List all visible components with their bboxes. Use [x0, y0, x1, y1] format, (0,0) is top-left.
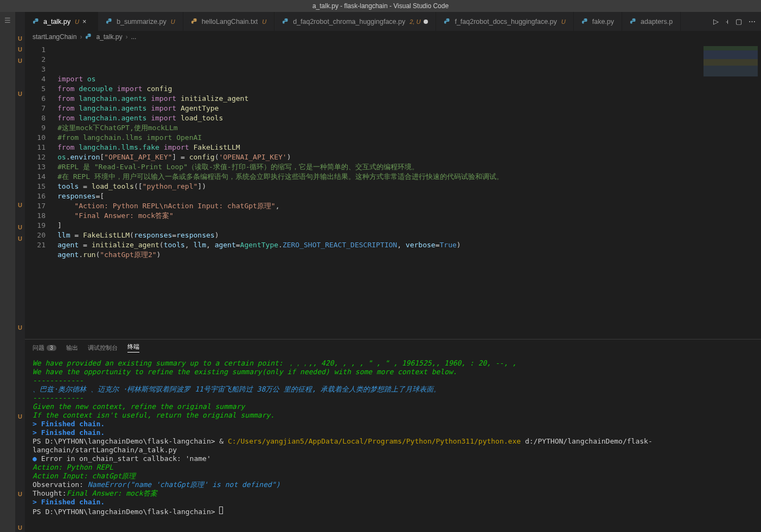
panel-tab-输出[interactable]: 输出 [66, 344, 78, 352]
cursor [219, 507, 223, 514]
tab-actions: ▷ ⫞ ▢ ⋯ [708, 12, 761, 31]
chevron-right-icon: › [125, 33, 127, 41]
scm-mark: U [18, 412, 22, 421]
line-numbers: 123456789101112131415161718192021 [25, 43, 51, 339]
file-icon [581, 18, 589, 25]
file-icon [282, 18, 290, 25]
terminal-line: Thought:Final Answer: mock答案 [33, 489, 753, 498]
python-file-icon [85, 33, 93, 41]
breadcrumb-more[interactable]: ... [131, 33, 136, 41]
tab-status: U [75, 18, 79, 25]
scm-mark: U [18, 201, 22, 210]
code-line[interactable]: "Action: Python REPL\nAction Input: chat… [57, 201, 761, 211]
scm-mark: U [18, 45, 22, 54]
terminal-line: > Finished chain. [33, 428, 753, 437]
terminal-line: Action: Python REPL [33, 463, 753, 472]
terminal-line: We have provided an existing summary up … [33, 359, 753, 368]
breadcrumb-root[interactable]: startLangChain [33, 33, 76, 41]
tab-label: helloLangChain.txt [202, 18, 258, 25]
terminal-line: PS D:\PYTHON\langchainDemo\flask-langcha… [33, 507, 753, 516]
tab-d_faq2robot_chroma_huggingface-py[interactable]: d_faq2robot_chroma_huggingface.py2, U [274, 12, 436, 31]
code-line[interactable]: #这里mock下ChatGPT,使用mockLLm [57, 123, 761, 133]
breadcrumb[interactable]: startLangChain › a_talk.py › ... [25, 31, 761, 43]
panel: 问题3输出调试控制台终端 We have provided an existin… [25, 339, 761, 532]
tab-a_talk-py[interactable]: a_talk.pyU× [25, 12, 98, 31]
panel-tab-label: 终端 [127, 343, 139, 351]
tab-label: a_talk.py [43, 18, 71, 25]
terminal-line: Given the new context, refine the origin… [33, 402, 753, 411]
terminal-line: PS D:\PYTHON\langchainDemo\flask-langcha… [33, 437, 753, 454]
terminal-line: 、巴兹·奥尔德林 、迈克尔 ·柯林斯驾驭着阿波罗 11号宇宙飞船跨过 38万公 … [33, 385, 753, 394]
code-line[interactable]: llm = FakeListLLM(responses=responses) [57, 230, 761, 240]
code-line[interactable]: import os [57, 74, 761, 84]
panel-tab-label: 问题 [33, 344, 44, 352]
editor[interactable]: 123456789101112131415161718192021 import… [25, 43, 761, 339]
tab-adapters-p[interactable]: adapters.p [622, 12, 681, 31]
code-line[interactable]: ] [57, 221, 761, 230]
file-icon [33, 18, 40, 25]
scm-mark: U [18, 490, 22, 499]
split-icon[interactable]: ⫞ [725, 17, 729, 25]
code-line[interactable]: from langchain.llms.fake import FakeList… [57, 143, 761, 152]
code-line[interactable]: tools = load_tools(["python_repl"]) [57, 182, 761, 191]
panel-tab-调试控制台[interactable]: 调试控制台 [88, 344, 118, 352]
code-line[interactable]: agent.run("chatGpt原理2") [57, 250, 761, 260]
code-line[interactable]: #from langchain.llms import OpenAI [57, 133, 761, 143]
terminal-line: We have the opportunity to refine the ex… [33, 368, 753, 376]
tab-helloLangChain-txt[interactable]: helloLangChain.txtU [183, 12, 275, 31]
scm-mark: U [18, 223, 22, 232]
badge: 3 [47, 345, 56, 351]
terminal[interactable]: We have provided an existing summary up … [25, 356, 761, 532]
terminal-line: Action Input: chatGpt原理 [33, 472, 753, 480]
titlebar: a_talk.py - flask-langchain - Visual Stu… [0, 0, 761, 12]
panel-tab-终端[interactable]: 终端 [127, 343, 139, 352]
code-line[interactable]: "Final Answer: mock答案" [57, 211, 761, 221]
code-line[interactable]: os.environ["OPENAI_API_KEY"] = config('O… [57, 152, 761, 162]
code-line[interactable]: from langchain.agents import load_tools [57, 113, 761, 123]
more-icon[interactable]: ⋯ [749, 17, 756, 25]
scm-mark: U [18, 34, 22, 43]
terminal-line: ● Error in on_chain_start callback: 'nam… [33, 454, 753, 463]
terminal-line: Observation: NameError("name 'chatGpt原理'… [33, 480, 753, 489]
close-icon[interactable]: × [82, 18, 90, 25]
tab-f_faq2robot_docs_huggingface-py[interactable]: f_faq2robot_docs_huggingface.pyU [436, 12, 573, 31]
code-line[interactable]: from decouple import config [57, 84, 761, 94]
code-line[interactable]: responses=[ [57, 191, 761, 201]
modified-dot-icon [424, 20, 428, 24]
tab-label: adapters.p [641, 18, 673, 25]
tab-b_summarize-py[interactable]: b_summarize.pyU [98, 12, 183, 31]
panel-tabs: 问题3输出调试控制台终端 [25, 339, 761, 356]
tab-label: fake.py [592, 18, 614, 25]
terminal-line: > Finished chain. [33, 420, 753, 428]
file-icon [444, 18, 451, 25]
scm-mark: U [18, 89, 22, 99]
chevron-right-icon: › [80, 33, 82, 41]
window-title: a_talk.py - flask-langchain - Visual Stu… [312, 2, 449, 10]
terminal-line: ------------ [33, 376, 753, 385]
editor-tabs: a_talk.pyU×b_summarize.pyUhelloLangChain… [25, 12, 761, 31]
tab-fake-py[interactable]: fake.py [574, 12, 622, 31]
code-line[interactable]: agent = initialize_agent(tools, llm, age… [57, 240, 761, 250]
terminal-line: ------------ [33, 394, 753, 402]
tab-label: d_faq2robot_chroma_huggingface.py [293, 18, 405, 25]
menu-icon[interactable]: ☰ [4, 16, 11, 24]
tab-status: 2, U [410, 18, 420, 25]
scm-mark: U [18, 56, 22, 66]
tab-label: f_faq2robot_docs_huggingface.py [455, 18, 557, 25]
code-line[interactable]: #REPL 是 "Read-Eval-Print Loop"（读取-求值-打印-… [57, 162, 761, 172]
code-line[interactable]: from langchain.agents import AgentType [57, 104, 761, 113]
tab-label: b_summarize.py [117, 18, 167, 25]
layout-icon[interactable]: ▢ [736, 17, 742, 25]
panel-tab-label: 输出 [66, 344, 78, 352]
file-icon [191, 18, 199, 25]
panel-tab-label: 调试控制台 [88, 344, 118, 352]
code-line[interactable]: #在 REPL 环境中，用户可以输入一条或多条编程语句，系统会立即执行这些语句并… [57, 172, 761, 182]
breadcrumb-file[interactable]: a_talk.py [96, 33, 122, 41]
code-content[interactable]: import osfrom decouple import configfrom… [51, 43, 761, 339]
panel-tab-问题[interactable]: 问题3 [33, 344, 56, 352]
file-icon [630, 18, 637, 25]
file-icon [106, 18, 113, 25]
code-line[interactable]: from langchain.agents import initialize_… [57, 94, 761, 104]
run-icon[interactable]: ▷ [713, 17, 719, 25]
minimap[interactable] [704, 46, 758, 89]
